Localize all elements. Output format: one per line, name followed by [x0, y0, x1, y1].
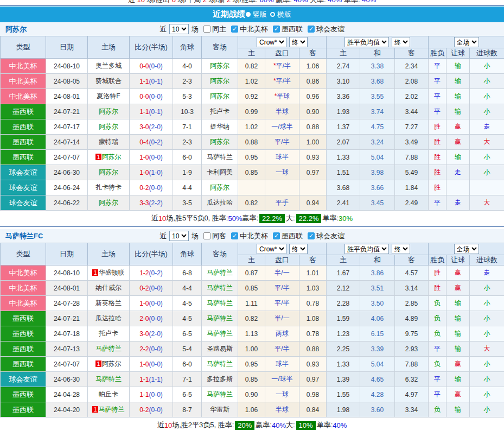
odds-final-select[interactable]: 终	[289, 244, 308, 254]
match-row: 中北美杯24-08-101华盛顿联1-2(0-2)6-8马萨特兰0.87半/一1…	[1, 265, 504, 281]
horizontal-layout-label[interactable]: 横版	[277, 10, 291, 20]
vertical-layout-radio[interactable]	[246, 12, 251, 17]
cell-odds-away: 0.86	[299, 74, 327, 89]
cell-score: 1-0(0-0)	[130, 150, 173, 165]
same-venue-checkbox[interactable]	[203, 232, 210, 239]
cell-goals: 小	[470, 165, 504, 180]
col-header-avg-away: 客	[395, 255, 429, 265]
cell-goals: 小	[470, 296, 504, 311]
same-venue-label[interactable]: 同客	[212, 231, 226, 241]
handicap-text: 一/球半	[271, 123, 292, 130]
handicap-text: 球半	[276, 360, 289, 368]
avg-final-select[interactable]: 终	[392, 244, 410, 254]
cell-corner: 4-0	[173, 59, 202, 74]
halftime-score: (0-1)	[149, 108, 163, 116]
same-venue-label[interactable]: 同主	[212, 24, 226, 34]
league-checkbox[interactable]: ✓	[308, 232, 315, 239]
scope-select[interactable]: 全场	[454, 37, 479, 47]
cell-handicap-result: 输	[446, 326, 470, 342]
halftime-score: (0-0)	[149, 184, 163, 192]
stats-text-part: 单率:	[322, 213, 339, 223]
halftime-score: (0-0)	[149, 361, 163, 368]
league-checkbox[interactable]: ✓	[273, 26, 280, 33]
cell-corner: 6-8	[173, 265, 202, 281]
team-link: 纳什威尔	[95, 284, 122, 292]
cell-handicap-result: 输	[446, 74, 470, 89]
match-row: 球会友谊24-06-24扎卡特卡0-2(0-0)4-4阿苏尔3.683.661.…	[1, 180, 504, 195]
cell-score: 0-0(0-0)	[130, 89, 173, 104]
col-header-odds-home: 主	[238, 48, 265, 59]
cell-corner: 4-5	[173, 311, 202, 326]
cell-avg-draw: 3.68	[360, 74, 395, 89]
fulltime-score: 0-0	[139, 62, 149, 70]
handicap-text: 球半	[276, 153, 289, 161]
cell-home-team: 托卢卡	[88, 326, 130, 342]
cell-away-team: 圣路易斯	[202, 342, 238, 357]
same-venue-checkbox[interactable]	[203, 26, 210, 33]
cell-handicap: *半球	[265, 89, 299, 104]
matches-count-select[interactable]: 10	[169, 231, 189, 241]
cell-handicap-result: 赢	[446, 357, 470, 372]
cell-odds-away: 0.78	[299, 326, 327, 342]
cell-avg-home: 2.07	[327, 135, 360, 150]
stats-text-part: 赢率:	[274, 0, 294, 4]
fulltime-score: 3-3	[139, 199, 149, 207]
cell-odds-away: 1.08	[299, 311, 327, 326]
cell-corner: 8-7	[173, 402, 202, 418]
avg-type-select[interactable]: 胜平负均值	[344, 244, 389, 254]
league-checkbox-label[interactable]: 中北美杯	[240, 231, 268, 241]
avg-type-select[interactable]: 胜平负均值	[344, 37, 389, 47]
odds-company-select[interactable]: Crow*	[257, 37, 286, 47]
matches-count-select[interactable]: 10	[169, 24, 189, 34]
cell-date: 24-04-28	[46, 387, 88, 402]
cell-odds-away: 0.88	[299, 119, 327, 135]
league-checkbox-label[interactable]: 墨西联	[282, 24, 303, 34]
cell-away-team: 提华纳	[202, 119, 238, 135]
match-row: 中北美杯24-08-05费城联合1-1(0-1)2-3阿苏尔1.02*平/半0.…	[1, 74, 504, 89]
stats-text-part: 50%	[228, 214, 242, 223]
league-checkbox-label[interactable]: 球会友谊	[316, 231, 344, 241]
handicap-text: 半/一	[275, 269, 289, 276]
col-header-goals: 进球数	[470, 48, 504, 59]
cell-league-type: 中北美杯	[1, 281, 46, 296]
cell-home-team: 奥兰多城	[88, 59, 130, 74]
cell-home-team: 帕丘卡	[88, 387, 130, 402]
cell-away-team: 阿苏尔	[202, 59, 238, 74]
cell-avg-home: 2.12	[327, 281, 360, 296]
league-checkbox-label[interactable]: 墨西联	[282, 231, 303, 241]
match-row: 墨西联24-07-071阿苏尔1-0(0-0)6-0马萨特兰0.95球半0.93…	[1, 357, 504, 372]
scope-select[interactable]: 全场	[454, 244, 479, 254]
cell-odds-away	[299, 180, 327, 195]
cell-goals: 小	[470, 104, 504, 119]
cell-odds-away: 0.84	[299, 402, 327, 418]
cell-away-team: 华雷斯	[202, 402, 238, 418]
cell-avg-home: 1.51	[327, 165, 360, 180]
cell-result: 平	[429, 74, 446, 89]
cell-avg-away: 4.57	[395, 265, 429, 281]
team-link: 马萨特兰	[207, 153, 233, 161]
cell-odds-home: 0.88	[238, 135, 265, 150]
cell-odds-home: 0.82	[238, 195, 265, 211]
halftime-score: (0-0)	[149, 406, 163, 414]
league-checkbox[interactable]: ✓	[308, 26, 315, 33]
horizontal-layout-radio[interactable]	[270, 12, 275, 17]
stats-text-part: 60%	[260, 0, 274, 4]
league-checkbox-label[interactable]: 球会友谊	[316, 24, 344, 34]
cell-league-type: 球会友谊	[1, 165, 46, 180]
cell-away-team: 马萨特兰	[202, 357, 238, 372]
odds-company-select[interactable]: Crow*	[257, 244, 286, 254]
vertical-layout-label[interactable]: 竖版	[253, 10, 267, 20]
league-checkbox[interactable]: ✓	[231, 26, 238, 33]
stats-text-part: 大:	[286, 420, 295, 430]
league-checkbox[interactable]: ✓	[231, 232, 238, 239]
cell-avg-away: 3.44	[395, 104, 429, 119]
stats-text-part: 22.2%	[259, 214, 285, 223]
team-link: 马萨特兰	[207, 269, 233, 276]
cell-home-team: 1阿苏尔	[88, 357, 130, 372]
league-checkbox[interactable]: ✓	[273, 232, 280, 239]
odds-final-select[interactable]: 终	[289, 37, 308, 47]
cell-handicap: 一/球半	[265, 372, 299, 387]
cell-corner: 6-5	[173, 326, 202, 342]
league-checkbox-label[interactable]: 中北美杯	[240, 24, 268, 34]
avg-final-select[interactable]: 终	[392, 37, 410, 47]
